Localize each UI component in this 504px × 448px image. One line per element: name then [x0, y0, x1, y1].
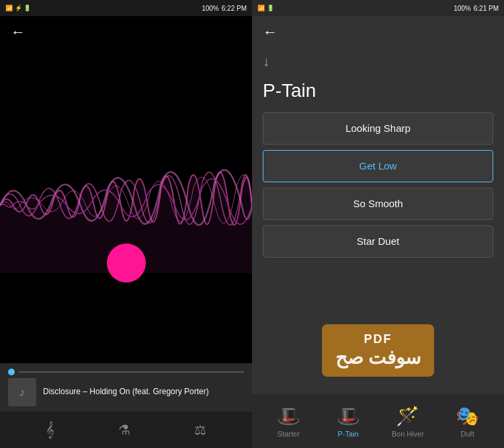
track-label-get-low: Get Low — [360, 160, 397, 172]
download-area[interactable]: ↓ — [252, 48, 504, 75]
back-button-left[interactable]: ← — [11, 24, 26, 41]
visualizer-nav-icon[interactable]: ⚗ — [118, 422, 130, 438]
status-time-right: 100% 6:21 PM — [454, 5, 499, 12]
left-panel: 📶 ⚡ 🔋 100% 6:22 PM ← — [0, 0, 252, 448]
back-button-right[interactable]: ← — [263, 24, 278, 41]
duft-icon: 🎭 — [456, 405, 479, 427]
equalizer-nav-icon[interactable]: ⚖ — [194, 422, 206, 438]
bottom-nav-right: 🎩 Starter 🎩 P-Tain 🪄 Bon Hiver 🎭 Duft — [252, 394, 504, 448]
track-label-star-duet: Star Duet — [357, 235, 399, 247]
waveform-area — [0, 48, 252, 363]
right-header: ← — [252, 16, 504, 48]
album-thumbnail: ♪ — [8, 378, 36, 406]
notification-icons: 📶 ⚡ 🔋 — [5, 5, 31, 11]
download-icon[interactable]: ↓ — [263, 54, 269, 69]
track-title: Disclosure – Holding On (feat. Gregory P… — [43, 387, 244, 398]
track-list: Looking Sharp Get Low So Smooth Star Due… — [252, 112, 504, 394]
play-circle[interactable] — [107, 244, 146, 283]
nav-tab-duft[interactable]: 🎭 Duft — [448, 405, 488, 438]
status-bar-left: 📶 ⚡ 🔋 100% 6:22 PM — [0, 0, 252, 16]
track-info: Disclosure – Holding On (feat. Gregory P… — [43, 387, 244, 398]
status-bar-right: 📶 🔋 100% 6:21 PM — [252, 0, 504, 16]
nav-tab-ptain[interactable]: 🎩 P-Tain — [328, 405, 368, 438]
starter-label: Starter — [278, 430, 300, 438]
track-item-so-smooth[interactable]: So Smooth — [263, 188, 493, 220]
progress-bar[interactable] — [8, 369, 244, 375]
track-item-looking-sharp[interactable]: Looking Sharp — [263, 112, 493, 145]
bottom-nav-left: 𝄞 ⚗ ⚖ — [0, 412, 252, 448]
progress-track — [19, 371, 244, 373]
ptain-icon: 🎩 — [337, 405, 360, 427]
bon-hiver-label: Bon Hiver — [392, 430, 424, 438]
right-panel: PDF سوفت صح 📶 🔋 100% 6:21 PM ← ↓ P-Tain … — [252, 0, 504, 448]
track-label-so-smooth: So Smooth — [353, 198, 403, 209]
ptain-label: P-Tain — [338, 430, 359, 438]
nav-tab-bon-hiver[interactable]: 🪄 Bon Hiver — [388, 405, 428, 438]
player-info-row: ♪ Disclosure – Holding On (feat. Gregory… — [8, 378, 244, 406]
track-item-get-low[interactable]: Get Low — [263, 150, 493, 182]
starter-icon: 🎩 — [277, 405, 300, 427]
status-left-icons-right: 📶 🔋 — [257, 5, 274, 11]
bottom-player: ♪ Disclosure – Holding On (feat. Gregory… — [0, 363, 252, 412]
nav-tab-starter[interactable]: 🎩 Starter — [268, 405, 308, 438]
track-item-star-duet[interactable]: Star Duet — [263, 225, 493, 258]
artist-name: P-Tain — [252, 75, 504, 112]
music-score-nav-icon[interactable]: 𝄞 — [46, 421, 54, 439]
bon-hiver-icon: 🪄 — [396, 405, 419, 427]
left-header: ← — [0, 16, 252, 48]
status-time-left: 100% 6:22 PM — [202, 5, 247, 12]
track-label-looking-sharp: Looking Sharp — [345, 122, 411, 134]
duft-label: Duft — [461, 430, 474, 438]
progress-dot — [8, 369, 15, 375]
status-left-icons: 📶 ⚡ 🔋 — [5, 5, 31, 11]
